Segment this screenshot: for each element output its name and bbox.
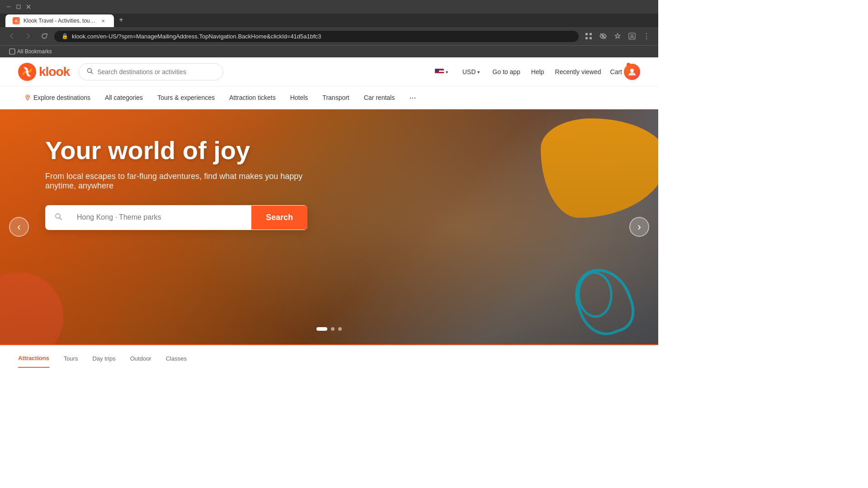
url-text: klook.com/en-US/?spm=ManageMailingAddres… [72,33,571,40]
hero-prev-button[interactable]: ‹ [9,217,29,237]
address-bar[interactable]: 🔒 klook.com/en-US/?spm=ManageMailingAddr… [54,31,579,42]
bottom-category-5[interactable]: Classes [166,350,187,367]
nav-more-icon: ··· [409,93,416,102]
maximize-button[interactable] [15,4,22,10]
nav-item-explore-destinations[interactable]: Explore destinations [18,88,97,108]
slide-dot-1[interactable] [316,327,327,331]
hero-search-icon [45,205,68,230]
recently-viewed-link[interactable]: Recently viewed [553,66,603,77]
svg-point-18 [27,96,28,97]
slide-dot-3[interactable] [338,327,342,331]
svg-rect-5 [590,33,592,35]
svg-rect-4 [585,33,588,35]
hero-next-button[interactable]: › [629,217,649,237]
apps-button[interactable] [582,30,595,42]
nav-item-transport[interactable]: Transport [316,88,355,108]
bottom-category-4[interactable]: Outdoor [130,350,151,367]
svg-rect-10 [629,33,635,39]
klook-logo-icon [18,63,36,81]
nav-item-car-rentals[interactable]: Car rentals [358,88,401,108]
bottom-category-3[interactable]: Day trips [92,350,115,367]
svg-point-14 [26,70,28,73]
bottom-section: Attractions Tours Day trips Outdoor Clas… [0,344,658,371]
more-options-button[interactable]: ⋮ [640,30,653,42]
nav-item-attraction-tickets[interactable]: Attraction tickets [223,88,282,108]
active-tab[interactable]: K Klook Travel - Activities, tours, ✕ [5,14,114,27]
currency-button[interactable]: USD ▾ [459,66,484,77]
tab-close-button[interactable]: ✕ [99,17,107,24]
svg-rect-6 [585,37,588,39]
nav-item-all-categories[interactable]: All categories [99,88,149,108]
cart-label: Cart [610,68,622,75]
hero-search-button[interactable]: Search [251,206,307,230]
top-navigation: klook ▾ USD ▾ Go to app Help [0,57,658,87]
nav-item-attraction-label: Attraction tickets [229,94,276,101]
prev-arrow-icon: ‹ [17,221,21,232]
nav-item-explore-destinations-label: Explore destinations [33,94,90,101]
svg-rect-7 [590,37,592,39]
address-bar-row: 🔒 klook.com/en-US/?spm=ManageMailingAddr… [0,27,658,45]
address-bar-actions: ⋮ [582,30,653,42]
nav-item-hotels[interactable]: Hotels [284,88,315,108]
cart-button[interactable]: Cart [610,64,640,80]
bookmarks-bar: All Bookmarks [0,45,658,57]
cart-notification-dot [627,63,630,66]
secondary-navigation: Explore destinations All categories Tour… [0,87,658,109]
hero-title: Your world of joy [45,136,613,164]
bottom-category-1[interactable]: Attractions [18,349,49,368]
nav-more-button[interactable]: ··· [403,87,422,109]
hero-section: ‹ › Your world of joy From local escapes… [0,109,658,344]
hero-slide-dots [316,327,342,331]
us-flag-icon [435,69,444,75]
nav-item-transport-label: Transport [322,94,349,101]
reload-button[interactable] [38,30,51,42]
svg-line-16 [91,72,93,74]
location-pin-icon [24,94,31,101]
all-bookmarks-button[interactable]: All Bookmarks [5,47,56,56]
logo-text-label: klook [39,65,70,79]
nav-item-hotels-label: Hotels [290,94,308,101]
svg-line-20 [60,218,61,220]
tab-favicon: K [13,17,20,24]
help-link[interactable]: Help [529,66,546,77]
nav-search-bar[interactable] [79,63,223,80]
tab-bar: K Klook Travel - Activities, tours, ✕ + [0,14,658,27]
minimize-button[interactable] [5,4,12,10]
nav-item-car-rentals-label: Car rentals [364,94,395,101]
back-button[interactable] [5,30,18,42]
klook-logo[interactable]: klook [18,63,70,81]
language-button[interactable]: ▾ [431,67,452,77]
bookmark-star-button[interactable] [611,30,624,42]
user-avatar[interactable] [624,64,640,80]
bottom-category-2[interactable]: Tours [64,350,78,367]
svg-rect-1 [17,5,20,9]
nav-search-icon [86,67,94,76]
all-bookmarks-label: All Bookmarks [17,48,52,55]
nav-search-input[interactable] [97,68,216,75]
svg-point-17 [630,69,634,72]
currency-label: USD [462,68,476,75]
new-tab-button[interactable]: + [115,14,127,26]
extensions-button[interactable] [597,30,609,42]
hero-subtitle: From local escapes to far-flung adventur… [45,172,316,191]
browser-chrome: K Klook Travel - Activities, tours, ✕ + … [0,0,658,57]
close-button[interactable] [25,4,32,10]
tab-title: Klook Travel - Activities, tours, [24,18,96,24]
nav-item-tours-label: Tours & experiences [157,94,215,101]
window-controls [5,4,32,10]
nav-item-all-categories-label: All categories [105,94,143,101]
hero-search-input[interactable] [68,206,251,229]
hero-search-bar[interactable]: Search [45,205,307,230]
go-to-app-link[interactable]: Go to app [491,66,522,77]
slide-dot-2[interactable] [331,327,335,331]
lock-icon: 🔒 [61,33,68,39]
forward-button[interactable] [22,30,34,42]
next-arrow-icon: › [637,221,641,232]
nav-item-tours-experiences[interactable]: Tours & experiences [151,88,221,108]
svg-rect-0 [7,7,10,7]
website: klook ▾ USD ▾ Go to app Help [0,57,658,371]
hero-content: Your world of joy From local escapes to … [0,109,658,257]
profile-button[interactable] [626,30,638,42]
currency-chevron-icon: ▾ [477,70,480,75]
chevron-down-icon: ▾ [446,70,448,75]
